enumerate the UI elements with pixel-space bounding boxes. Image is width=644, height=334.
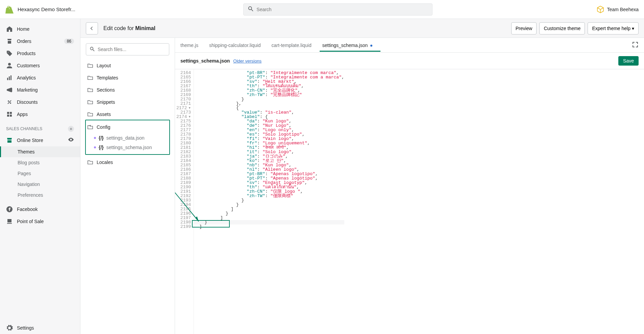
pos-icon (6, 218, 13, 225)
folder-snippets[interactable]: Snippets (86, 96, 169, 108)
folder-icon (87, 75, 93, 81)
unsaved-dot-icon (370, 45, 372, 47)
json-icon: {/} (99, 135, 104, 141)
file-panel: Layout Templates Sections Snippets Asset… (80, 38, 175, 334)
file-settings-schema[interactable]: {/}settings_schema.json (86, 143, 169, 152)
edit-code-title: Edit code for Minimal (103, 25, 155, 31)
main-area: Edit code for Minimal Preview Customize … (80, 19, 644, 334)
file-search-input[interactable] (98, 47, 166, 52)
nav-discounts[interactable]: Discounts (0, 96, 80, 108)
preview-button[interactable]: Preview (511, 22, 537, 34)
customers-icon (6, 62, 13, 69)
config-highlight-box: Config {/}settings_data.json {/}settings… (85, 120, 170, 155)
subheader: Edit code for Minimal Preview Customize … (80, 19, 644, 38)
folder-assets[interactable]: Assets (86, 108, 169, 120)
folder-templates[interactable]: Templates (86, 72, 169, 84)
tab-shipping-calculator[interactable]: shipping-calculator.liquid (209, 39, 261, 51)
nav-marketing[interactable]: Marketing (0, 84, 80, 96)
search-wrap (80, 3, 596, 16)
customize-theme-button[interactable]: Customize theme (539, 22, 585, 34)
expert-help-button[interactable]: Expert theme help ▾ (588, 22, 639, 34)
sidebar: Home Orders86 Products Customers Analyti… (0, 19, 80, 334)
tab-settings-schema[interactable]: settings_schema.json (322, 39, 373, 51)
nav-blog-posts[interactable]: Blog posts (0, 157, 80, 168)
folder-icon (87, 159, 93, 165)
nav-point-of-sale[interactable]: Point of Sale (0, 215, 80, 228)
svg-rect-9 (10, 115, 12, 117)
editor-area: theme.js shipping-calculator.liquid cart… (175, 38, 644, 334)
logo-area: Hexasync Demo Storefr... (5, 5, 80, 14)
products-icon (6, 50, 13, 57)
nav-orders[interactable]: Orders86 (0, 35, 80, 47)
editor-tabs: theme.js shipping-calculator.liquid cart… (175, 38, 644, 53)
nav-products[interactable]: Products (0, 47, 80, 59)
current-file-name: settings_schema.json (180, 58, 230, 64)
svg-point-4 (8, 100, 9, 102)
folder-locales[interactable]: Locales (86, 156, 169, 168)
svg-rect-2 (9, 76, 10, 80)
search-box[interactable] (243, 3, 432, 16)
save-button[interactable]: Save (618, 56, 639, 66)
analytics-icon (6, 74, 13, 81)
settings-icon (6, 325, 13, 331)
svg-rect-3 (10, 75, 11, 80)
team-name-label: Team Beehexa (607, 7, 639, 12)
topbar: Hexasync Demo Storefr... Team Beehexa (0, 0, 644, 19)
modified-dot-icon (94, 146, 96, 148)
folder-icon (87, 87, 93, 93)
file-settings-data[interactable]: {/}settings_data.json (86, 133, 169, 143)
add-channel-icon[interactable]: + (68, 126, 74, 132)
chevron-down-icon: ▾ (632, 26, 634, 31)
facebook-icon (6, 206, 13, 213)
orders-icon (6, 38, 13, 45)
older-versions-link[interactable]: Older versions (233, 58, 262, 64)
orders-badge: 86 (64, 39, 74, 44)
nav-themes[interactable]: Themes (0, 146, 80, 157)
nav-settings[interactable]: Settings (0, 322, 80, 334)
back-button[interactable] (86, 22, 98, 34)
svg-rect-6 (7, 112, 9, 114)
fullscreen-icon[interactable] (632, 41, 639, 49)
tab-cart-template[interactable]: cart-template.liquid (271, 39, 311, 51)
nav-apps[interactable]: Apps (0, 108, 80, 120)
nav-navigation[interactable]: Navigation (0, 179, 80, 190)
code-content[interactable]: "pt-BR": "Integralmente com marca", "pt-… (194, 69, 344, 334)
marketing-icon (6, 87, 13, 93)
folder-icon (87, 63, 93, 69)
team-area[interactable]: Team Beehexa (596, 5, 639, 14)
discounts-icon (6, 99, 13, 105)
search-icon (248, 6, 254, 13)
search-input[interactable] (256, 7, 428, 12)
nav-preferences[interactable]: Preferences (0, 190, 80, 200)
folder-config[interactable]: Config (86, 121, 169, 133)
file-search-box[interactable] (86, 43, 169, 55)
folder-icon (87, 111, 93, 117)
folder-icon (87, 99, 93, 105)
folder-sections[interactable]: Sections (86, 84, 169, 96)
shopify-logo-icon (5, 5, 14, 14)
nav-customers[interactable]: Customers (0, 59, 80, 72)
tab-theme-js[interactable]: theme.js (180, 39, 198, 51)
nav-online-store[interactable]: Online Store (0, 134, 80, 146)
gutter: 216421652166216721682169217021712172▾217… (175, 69, 194, 334)
nav-pages[interactable]: Pages (0, 168, 80, 179)
team-icon (596, 5, 604, 14)
svg-rect-1 (7, 78, 8, 80)
nav-facebook[interactable]: Facebook (0, 203, 80, 215)
svg-point-0 (8, 63, 11, 66)
code-editor[interactable]: 216421652166216721682169217021712172▾217… (175, 69, 644, 334)
view-store-icon[interactable] (68, 137, 74, 144)
svg-rect-8 (7, 115, 9, 117)
section-sales-channels: SALES CHANNELS+ (0, 120, 80, 134)
apps-icon (6, 111, 13, 118)
store-name[interactable]: Hexasync Demo Storefr... (18, 6, 75, 12)
svg-rect-7 (10, 112, 12, 114)
nav-home[interactable]: Home (0, 23, 80, 35)
file-header: settings_schema.json Older versions Save (175, 53, 644, 69)
folder-layout[interactable]: Layout (86, 59, 169, 72)
nav-analytics[interactable]: Analytics (0, 72, 80, 84)
svg-point-5 (10, 102, 11, 104)
search-icon (90, 46, 95, 53)
online-store-icon (6, 137, 13, 144)
json-icon: {/} (99, 145, 104, 150)
